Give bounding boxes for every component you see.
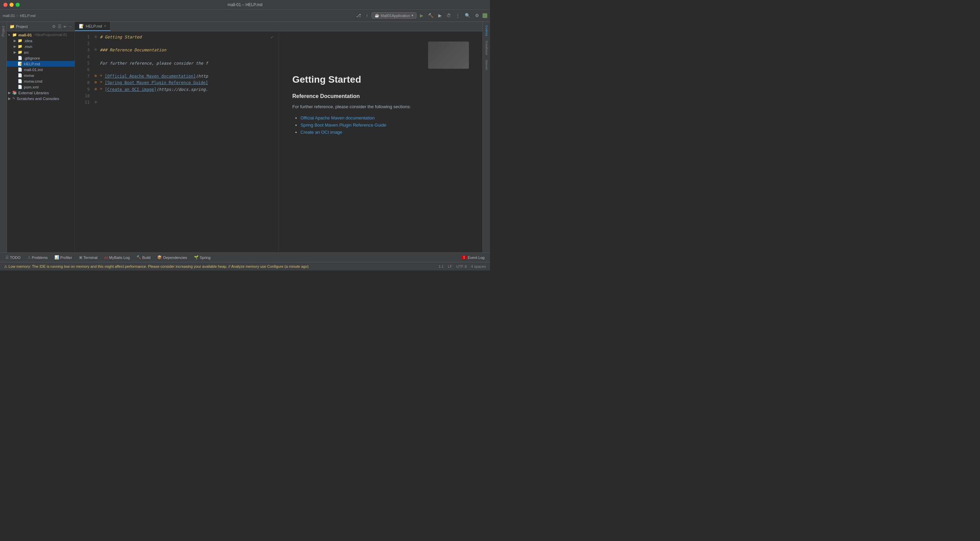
settings-button[interactable]: ⚙ [474,12,480,19]
run-config-selector[interactable]: ☕ Mall01Application ▾ [372,12,417,19]
status-position[interactable]: 1:1 [439,264,444,269]
spring-label: Spring [200,256,211,259]
line-num-8: 8 [75,80,94,86]
mybatis-icon: 🗃 [104,256,108,259]
vcs-button[interactable]: ↑ [364,12,369,19]
line-num-6: 6 [75,67,94,73]
tree-label-pomxml: pom.xml [24,85,38,89]
line-content-6 [100,67,278,73]
root-path: ~/IdeaProjects/mall-01 [33,33,67,37]
tree-item-extlibs[interactable]: ▶ 📚 External Libraries [7,90,75,95]
run-button[interactable]: ▶ [418,12,425,19]
panel-close-icon[interactable]: − [69,24,72,29]
tree-item-mvn[interactable]: ▶ 📁 .mvn [7,43,75,49]
panel-title: Project [16,24,50,29]
panel-collapse-icon[interactable]: ⇤ [63,24,67,29]
tree-item-root[interactable]: ▾ 📁 mall-01 ~/IdeaProjects/mall-01 [7,32,75,38]
status-right: 1:1 LF UTF-8 4 spaces [439,264,486,269]
line-gutter-10 [94,93,100,99]
preview-link-3[interactable]: Create an OCI image [301,130,469,135]
panel-tree-icon[interactable]: ☰ [57,24,62,29]
editor-tabs: 📝 HELP.md × [75,22,482,31]
profile-button[interactable]: ⏱ [445,12,452,19]
code-line-2: 2 [75,40,278,47]
close-button[interactable] [3,3,8,7]
code-editor[interactable]: 1 ⊕ # Getting Started✓ 2 3 ⊕ ### Re [75,31,279,253]
line-num-3: 3 [75,47,94,53]
build-button[interactable]: 🔨 [427,12,435,19]
line-gutter-6 [94,67,100,73]
tab-name: HELP.md [86,24,102,28]
line-gutter-3: ⊕ [94,47,100,53]
panel-settings-icon[interactable]: ⚙ [52,24,56,29]
right-strip-codota[interactable]: Codota [484,23,489,38]
bottom-tab-profiler[interactable]: 📊 Profiler [52,255,75,260]
code-line-1: 1 ⊕ # Getting Started✓ [75,34,278,40]
maximize-button[interactable] [16,3,20,7]
bottom-tab-eventlog[interactable]: 1 Event Log [459,255,487,260]
preview-link-1-anchor[interactable]: Official Apache Maven documentation [301,115,375,121]
line-num-9: 9 [75,86,94,93]
tab-close-button[interactable]: × [104,24,106,28]
run-config-dropdown-icon: ▾ [411,13,414,18]
preview-thumbnail [428,41,469,69]
profiler-label: Profiler [60,256,72,259]
bottom-tab-dependencies[interactable]: 📦 Dependencies [154,255,189,260]
git-button[interactable]: ⎇ [355,12,363,19]
more-run-button[interactable]: ⋮ [454,12,461,19]
status-line-ending[interactable]: LF [448,264,452,269]
tree-item-iml[interactable]: ▶ 📄 mall-01.iml [7,67,75,72]
preview-link-2-anchor[interactable]: Spring Boot Maven Plugin Reference Guide [301,123,386,127]
code-line-5: 5 For further reference, please consider… [75,60,278,67]
preview-link-2[interactable]: Spring Boot Maven Plugin Reference Guide [301,123,469,127]
line-num-7: 7 [75,73,94,80]
line-num-5: 5 [75,60,94,67]
bottom-tab-mybatis[interactable]: 🗃 MyBatis Log [102,255,132,260]
problems-icon: ⚠ [27,255,31,259]
right-strip-maven[interactable]: Maven [484,58,489,72]
tree-item-scratches[interactable]: ▶ ✎ Scratches and Consoles [7,95,75,102]
line-content-3: ### Reference Documentation [100,47,278,53]
status-indent[interactable]: 4 spaces [471,264,486,269]
bottom-tab-build[interactable]: 🔨 Build [134,255,153,260]
tree-item-pomxml[interactable]: ▶ 📄 pom.xml [7,84,75,90]
terminal-icon: ▣ [79,255,82,259]
tree-item-gitignore[interactable]: ▶ 📄 .gitignore [7,55,75,61]
line-gutter-2 [94,40,100,47]
vcs-icon: ↑ [366,13,368,18]
left-strip: Project [0,22,7,253]
breadcrumb-project: mall-01 [3,14,15,18]
status-encoding[interactable]: UTF-8 [456,264,467,269]
bottom-tab-terminal[interactable]: ▣ Terminal [76,255,100,260]
line-content-11 [100,99,278,106]
search-button[interactable]: 🔍 [463,12,472,19]
tree-label-scratches: Scratches and Consoles [17,97,59,101]
coverage-button[interactable]: ▶̣ [437,12,443,19]
project-strip-label[interactable]: Project [1,23,6,39]
editor-area: 📝 HELP.md × 1 ⊕ # Getting Started✓ [75,22,482,253]
line-gutter-4 [94,54,100,60]
tree-item-mvnw[interactable]: ▶ 📄 mvnw [7,72,75,78]
right-strip-database[interactable]: Database [484,39,489,57]
preview-link-3-anchor[interactable]: Create an OCI image [301,130,342,135]
tree-item-idea[interactable]: ▶ 📁 .idea [7,38,75,43]
tree-label-mvn: .mvn [24,45,32,49]
minimize-button[interactable] [10,3,14,7]
toolbar-right: ⎇ ↑ ☕ Mall01Application ▾ ▶ 🔨 ▶̣ ⏱ ⋮ 🔍 ⚙ [355,12,487,19]
window-controls[interactable] [3,3,20,7]
preview-link-1[interactable]: Official Apache Maven documentation [301,115,469,121]
tab-helpmd[interactable]: 📝 HELP.md × [75,22,111,31]
bottom-tab-spring[interactable]: 🌱 Spring [191,255,213,260]
editor-split: 1 ⊕ # Getting Started✓ 2 3 ⊕ ### Re [75,31,482,253]
tree-item-helpmd[interactable]: ▶ 📝 HELP.md [7,61,75,67]
line-gutter-7: ⊕ [94,73,100,80]
event-log-count: 1 [461,256,467,259]
preview-heading3: Reference Documentation [292,93,469,99]
bottom-tab-todo[interactable]: ☰ TODO [3,255,24,260]
tree-item-src[interactable]: ▶ 📁 src [7,49,75,55]
bottom-tab-problems[interactable]: ⚠ Problems [25,255,50,260]
tree-item-mvnwcmd[interactable]: ▶ 📄 mvnw.cmd [7,78,75,84]
dependencies-icon: 📦 [157,255,162,259]
line-num-10: 10 [75,93,94,99]
terminal-label: Terminal [83,256,98,259]
